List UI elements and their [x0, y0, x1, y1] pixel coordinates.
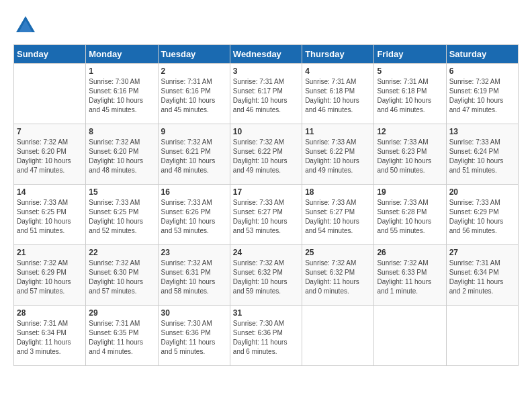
day-cell	[374, 306, 446, 366]
day-number: 26	[377, 248, 443, 257]
day-number: 27	[449, 248, 515, 257]
day-cell: 5Sunrise: 7:31 AM Sunset: 6:18 PM Daylig…	[374, 64, 446, 124]
day-cell: 1Sunrise: 7:30 AM Sunset: 6:16 PM Daylig…	[86, 64, 158, 124]
day-number: 11	[305, 127, 371, 136]
day-info: Sunrise: 7:32 AM Sunset: 6:20 PM Dayligh…	[89, 138, 154, 175]
day-number: 13	[449, 127, 515, 136]
day-cell	[302, 306, 374, 366]
day-cell: 29Sunrise: 7:31 AM Sunset: 6:35 PM Dayli…	[86, 306, 158, 366]
header-cell-monday: Monday	[86, 45, 158, 64]
day-cell: 27Sunrise: 7:31 AM Sunset: 6:34 PM Dayli…	[446, 245, 518, 306]
day-number: 6	[449, 66, 515, 76]
day-info: Sunrise: 7:33 AM Sunset: 6:29 PM Dayligh…	[449, 198, 515, 236]
day-cell: 23Sunrise: 7:32 AM Sunset: 6:31 PM Dayli…	[158, 245, 230, 306]
day-info: Sunrise: 7:33 AM Sunset: 6:27 PM Dayligh…	[305, 198, 371, 236]
page-header	[13, 13, 519, 38]
day-number: 9	[161, 127, 227, 136]
day-number: 4	[305, 66, 371, 76]
day-number: 16	[161, 187, 227, 197]
day-number: 5	[377, 66, 443, 76]
day-info: Sunrise: 7:31 AM Sunset: 6:18 PM Dayligh…	[305, 77, 371, 115]
week-row-4: 21Sunrise: 7:32 AM Sunset: 6:29 PM Dayli…	[14, 245, 519, 306]
day-cell: 13Sunrise: 7:33 AM Sunset: 6:24 PM Dayli…	[446, 124, 518, 185]
day-info: Sunrise: 7:33 AM Sunset: 6:27 PM Dayligh…	[233, 198, 299, 236]
day-info: Sunrise: 7:32 AM Sunset: 6:20 PM Dayligh…	[17, 138, 83, 175]
day-info: Sunrise: 7:33 AM Sunset: 6:26 PM Dayligh…	[161, 198, 227, 236]
day-cell: 7Sunrise: 7:32 AM Sunset: 6:20 PM Daylig…	[14, 124, 86, 185]
day-info: Sunrise: 7:32 AM Sunset: 6:19 PM Dayligh…	[449, 77, 515, 115]
day-number: 3	[233, 66, 299, 76]
day-cell: 12Sunrise: 7:33 AM Sunset: 6:23 PM Dayli…	[374, 124, 446, 185]
day-info: Sunrise: 7:33 AM Sunset: 6:25 PM Dayligh…	[17, 198, 83, 236]
day-cell: 22Sunrise: 7:32 AM Sunset: 6:30 PM Dayli…	[86, 245, 158, 306]
day-number: 2	[161, 66, 227, 76]
day-number: 30	[161, 308, 227, 318]
logo-icon	[13, 13, 38, 38]
day-number: 28	[17, 308, 83, 318]
day-info: Sunrise: 7:31 AM Sunset: 6:18 PM Dayligh…	[377, 77, 443, 115]
day-cell: 17Sunrise: 7:33 AM Sunset: 6:27 PM Dayli…	[230, 185, 302, 245]
day-cell: 24Sunrise: 7:32 AM Sunset: 6:32 PM Dayli…	[230, 245, 302, 306]
day-number: 18	[305, 187, 371, 197]
day-cell: 11Sunrise: 7:33 AM Sunset: 6:22 PM Dayli…	[302, 124, 374, 185]
day-cell: 8Sunrise: 7:32 AM Sunset: 6:20 PM Daylig…	[86, 124, 158, 185]
day-number: 23	[161, 248, 227, 257]
day-number: 1	[89, 66, 154, 76]
day-info: Sunrise: 7:32 AM Sunset: 6:29 PM Dayligh…	[17, 259, 83, 296]
day-cell: 6Sunrise: 7:32 AM Sunset: 6:19 PM Daylig…	[446, 64, 518, 124]
day-cell: 15Sunrise: 7:33 AM Sunset: 6:25 PM Dayli…	[86, 185, 158, 245]
header-cell-tuesday: Tuesday	[158, 45, 230, 64]
day-number: 12	[377, 127, 443, 136]
day-cell: 16Sunrise: 7:33 AM Sunset: 6:26 PM Dayli…	[158, 185, 230, 245]
day-info: Sunrise: 7:31 AM Sunset: 6:16 PM Dayligh…	[161, 77, 227, 115]
day-number: 25	[305, 248, 371, 257]
header-cell-wednesday: Wednesday	[230, 45, 302, 64]
week-row-1: 1Sunrise: 7:30 AM Sunset: 6:16 PM Daylig…	[14, 64, 519, 124]
day-number: 17	[233, 187, 299, 197]
day-number: 20	[449, 187, 515, 197]
day-cell: 20Sunrise: 7:33 AM Sunset: 6:29 PM Dayli…	[446, 185, 518, 245]
day-info: Sunrise: 7:30 AM Sunset: 6:36 PM Dayligh…	[233, 319, 299, 357]
day-number: 19	[377, 187, 443, 197]
header-cell-friday: Friday	[374, 45, 446, 64]
day-cell: 3Sunrise: 7:31 AM Sunset: 6:17 PM Daylig…	[230, 64, 302, 124]
day-number: 22	[89, 248, 154, 257]
day-cell: 10Sunrise: 7:32 AM Sunset: 6:22 PM Dayli…	[230, 124, 302, 185]
header-cell-thursday: Thursday	[302, 45, 374, 64]
day-info: Sunrise: 7:31 AM Sunset: 6:34 PM Dayligh…	[449, 259, 515, 296]
day-cell: 2Sunrise: 7:31 AM Sunset: 6:16 PM Daylig…	[158, 64, 230, 124]
day-number: 7	[17, 127, 83, 136]
day-info: Sunrise: 7:32 AM Sunset: 6:21 PM Dayligh…	[161, 138, 227, 175]
header-cell-sunday: Sunday	[14, 45, 86, 64]
week-row-2: 7Sunrise: 7:32 AM Sunset: 6:20 PM Daylig…	[14, 124, 519, 185]
day-info: Sunrise: 7:32 AM Sunset: 6:31 PM Dayligh…	[161, 259, 227, 296]
day-number: 10	[233, 127, 299, 136]
day-info: Sunrise: 7:32 AM Sunset: 6:32 PM Dayligh…	[233, 259, 299, 296]
day-info: Sunrise: 7:32 AM Sunset: 6:32 PM Dayligh…	[305, 259, 371, 296]
header-row: SundayMondayTuesdayWednesdayThursdayFrid…	[14, 45, 519, 64]
day-number: 14	[17, 187, 83, 197]
day-number: 29	[89, 308, 154, 318]
day-info: Sunrise: 7:33 AM Sunset: 6:22 PM Dayligh…	[305, 138, 371, 175]
calendar-table: SundayMondayTuesdayWednesdayThursdayFrid…	[13, 44, 519, 366]
day-info: Sunrise: 7:30 AM Sunset: 6:36 PM Dayligh…	[161, 319, 227, 357]
day-info: Sunrise: 7:33 AM Sunset: 6:23 PM Dayligh…	[377, 138, 443, 175]
day-cell: 4Sunrise: 7:31 AM Sunset: 6:18 PM Daylig…	[302, 64, 374, 124]
day-number: 24	[233, 248, 299, 257]
week-row-5: 28Sunrise: 7:31 AM Sunset: 6:34 PM Dayli…	[14, 306, 519, 366]
header-cell-saturday: Saturday	[446, 45, 518, 64]
day-cell	[14, 64, 86, 124]
day-info: Sunrise: 7:30 AM Sunset: 6:16 PM Dayligh…	[89, 77, 154, 115]
day-info: Sunrise: 7:33 AM Sunset: 6:28 PM Dayligh…	[377, 198, 443, 236]
day-number: 31	[233, 308, 299, 318]
day-info: Sunrise: 7:31 AM Sunset: 6:17 PM Dayligh…	[233, 77, 299, 115]
day-info: Sunrise: 7:31 AM Sunset: 6:34 PM Dayligh…	[17, 319, 83, 357]
day-info: Sunrise: 7:31 AM Sunset: 6:35 PM Dayligh…	[89, 319, 154, 357]
day-info: Sunrise: 7:32 AM Sunset: 6:30 PM Dayligh…	[89, 259, 154, 296]
day-cell: 25Sunrise: 7:32 AM Sunset: 6:32 PM Dayli…	[302, 245, 374, 306]
day-cell: 26Sunrise: 7:32 AM Sunset: 6:33 PM Dayli…	[374, 245, 446, 306]
day-cell: 31Sunrise: 7:30 AM Sunset: 6:36 PM Dayli…	[230, 306, 302, 366]
day-cell: 30Sunrise: 7:30 AM Sunset: 6:36 PM Dayli…	[158, 306, 230, 366]
day-number: 21	[17, 248, 83, 257]
day-info: Sunrise: 7:32 AM Sunset: 6:22 PM Dayligh…	[233, 138, 299, 175]
